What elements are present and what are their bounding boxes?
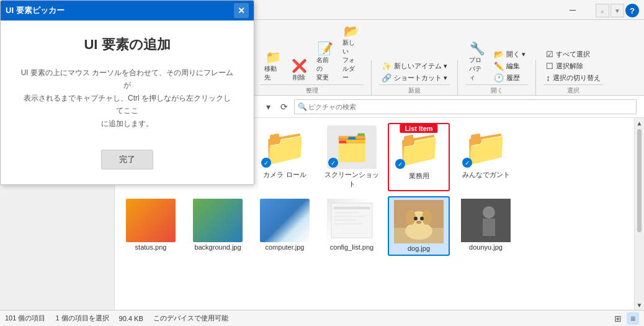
file-name: status.png [135,243,167,251]
folder-thumb: 🗂️ ✓ [327,125,377,169]
config-thumb [327,199,377,242]
move-icon: 📁 [266,51,281,63]
scrollbar-thumb[interactable] [637,129,642,232]
svg-rect-4 [334,219,356,221]
move-label: 移動先 [264,65,282,82]
dounyu-item[interactable]: dounyu.jpg [455,196,517,256]
ribbon-shortcut-btn[interactable]: 🔗 ショートカット ▾ [379,73,450,83]
search-icon: 🔍 [298,102,307,111]
shortcut-label: ショートカット ▾ [394,73,447,83]
scroll-down-btn[interactable]: ▼ [635,300,644,310]
file-name: dog.jpg [408,245,430,252]
minna-gant-item[interactable]: 📁 ✓ みんなでガント [455,123,517,191]
image-thumb [260,199,310,242]
svg-point-13 [420,217,424,220]
deselect-label: 選択解除 [556,61,583,71]
ribbon-toggle-select-btn[interactable]: ↕ 選択の切り替え [543,73,603,83]
ribbon-delete-btn[interactable]: ❌ 削除 [287,58,311,83]
history-icon: 🕐 [494,73,504,83]
folder-thumb: 📁 ✓ [260,125,310,169]
ribbon-deselect-btn[interactable]: ☐ 選択解除 [543,61,603,71]
svg-point-16 [483,206,495,219]
list-item[interactable]: config_list.png [321,196,383,256]
status-thumb [126,199,176,242]
file-name: カメラ ロール [263,170,306,179]
ribbon-rename-btn[interactable]: 📝 名前の変更 [313,41,338,83]
ribbon-sep-1 [371,60,372,95]
list-item[interactable]: computer.jpg [254,196,316,256]
camera-roll-item[interactable]: 📁 ✓ カメラ ロール [254,123,316,191]
image-thumb [193,199,243,242]
picker-close-button[interactable]: ✕ [234,3,249,18]
picker-description: UI 要素の上にマウス カーソルを合わせて、その周りにフレームが 表示されるまで… [20,66,234,130]
image-thumb [461,199,511,242]
ribbon-move-btn[interactable]: 📁 移動先 [261,50,285,83]
list-item-badge: List Item [400,124,437,133]
picker-body: UI 要素の追加 UI 要素の上にマウス カーソルを合わせて、その周りにフレーム… [1,20,254,184]
minimize-button[interactable]: ─ [558,0,587,20]
view-controls: ⊞ ≡ [612,312,639,325]
svg-rect-3 [334,215,365,217]
rename-icon: 📝 [318,42,333,55]
nav-down-arrow[interactable]: ▼ [610,4,624,17]
ribbon-newitem-btn[interactable]: ✨ 新しいアイテム ▾ [379,61,450,71]
rename-label: 名前の変更 [316,56,334,82]
ribbon-group-label-open: 開く [465,84,529,95]
newitem-label: 新しいアイテム ▾ [394,61,447,71]
open-label: 開く ▾ [506,50,525,59]
folder-thumb: 📁 ✓ [461,125,511,169]
nav-up-arrow[interactable]: ▲ [596,4,609,17]
ribbon-edit-btn[interactable]: ✏️ 編集 [491,61,528,71]
delete-label: 削除 [293,73,305,82]
ribbon-newfolder-btn[interactable]: 📂 新しいフォルダー [339,24,364,83]
scroll-up-btn[interactable]: ▲ [635,118,644,128]
file-name: 業務用 [409,171,429,181]
ribbon-group-label-select: 選択 [543,84,603,95]
item-count: 101 個の項目 [5,314,45,323]
search-input[interactable] [294,99,637,114]
list-item-highlighted[interactable]: List Item 📁 ✓ 業務用 [388,123,450,191]
edit-icon: ✏️ [494,61,504,71]
svg-rect-2 [334,212,359,214]
sync-check: ✓ [261,158,271,168]
grid-view-btn[interactable]: ⊞ [612,312,624,325]
address-dropdown-btn[interactable]: ▾ [261,99,275,114]
list-item[interactable]: status.png [120,196,182,256]
toggle-select-label: 選択の切り替え [553,73,601,83]
scrollbar[interactable]: ▲ ▼ [634,118,644,310]
ribbon-selectall-btn[interactable]: ☑ すべて選択 [543,49,603,60]
list-item[interactable]: background.jpg [187,196,249,256]
file-name: みんなでガント [462,170,510,179]
help-icon[interactable]: ? [625,4,639,17]
picker-title: UI 要素ピッカー [6,5,65,16]
selectall-icon: ☑ [546,50,553,59]
dounyu-thumb [461,199,511,242]
newfolder-icon: 📂 [344,25,359,37]
newfolder-label: 新しいフォルダー [342,38,360,82]
image-thumb [394,200,444,243]
properties-icon: 🔧 [470,42,485,55]
dog-thumb [394,200,444,243]
properties-label: プロパティ [469,56,487,82]
ribbon-sep-2 [457,60,458,95]
picker-title-bar: UI 要素ピッカー ✕ [1,1,254,20]
address-refresh-btn[interactable]: ⟳ [277,99,292,114]
svg-rect-5 [334,223,362,225]
ribbon-open-btn[interactable]: 📂 開く ▾ [491,49,528,60]
file-grid-row2: status.png background.jpg computer.jpg [120,196,629,256]
delete-icon: ❌ [292,60,307,72]
svg-rect-1 [334,207,370,209]
svg-point-12 [414,217,418,220]
ribbon-properties-btn[interactable]: 🔧 プロパティ [465,41,491,83]
file-name: スクリーンショット [323,170,380,189]
picker-done-button[interactable]: 完了 [101,150,153,170]
ribbon-history-btn[interactable]: 🕐 履歴 [491,73,528,83]
list-view-btn[interactable]: ≡ [627,312,639,325]
screenshots-item[interactable]: 🗂️ ✓ スクリーンショット [321,123,383,191]
selected-info: 1 個の項目を選択 [55,314,109,323]
file-name: background.jpg [194,243,241,251]
sync-check: ✓ [462,158,472,168]
status-bar: 101 個の項目 1 個の項目を選択 90.4 KB このデバイスで使用可能 ⊞… [0,310,644,326]
deselect-icon: ☐ [546,61,553,71]
dog-item[interactable]: dog.jpg [388,196,450,256]
